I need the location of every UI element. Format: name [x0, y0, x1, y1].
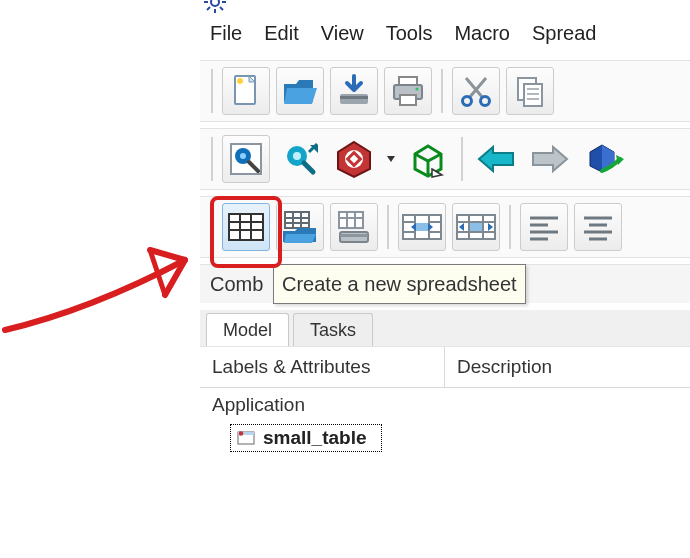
svg-line-6 — [220, 7, 223, 10]
go-to-link-button[interactable] — [580, 135, 628, 183]
toolbar-separator — [211, 69, 213, 113]
align-left-button[interactable] — [520, 203, 568, 251]
copy-button[interactable] — [506, 67, 554, 115]
combo-view-label: Comb — [200, 273, 263, 296]
bounding-box-button[interactable] — [404, 135, 452, 183]
svg-point-0 — [211, 0, 219, 6]
svg-marker-43 — [533, 147, 567, 171]
panel-columns-header: Labels & Attributes Description — [200, 347, 690, 388]
create-spreadsheet-button[interactable] — [222, 203, 270, 251]
column-description[interactable]: Description — [445, 347, 564, 387]
draw-style-button[interactable] — [330, 135, 378, 183]
merge-cells-button[interactable] — [398, 203, 446, 251]
svg-rect-76 — [470, 223, 482, 231]
tab-model[interactable]: Model — [206, 313, 289, 346]
align-center-button[interactable] — [574, 203, 622, 251]
svg-point-32 — [293, 152, 301, 160]
tab-tasks[interactable]: Tasks — [293, 313, 373, 346]
toolbar-separator — [211, 205, 213, 249]
tree-node-small-table[interactable]: small_table — [230, 424, 382, 452]
toolbar-separator — [509, 205, 511, 249]
toolbar-row-view — [200, 128, 690, 190]
toolbar-separator — [211, 137, 213, 181]
menu-bar: File Edit View Tools Macro Spread — [200, 22, 690, 52]
toolbar-separator — [461, 137, 463, 181]
tree-node-label: small_table — [263, 427, 367, 449]
spreadsheet-node-icon — [237, 429, 255, 447]
svg-rect-50 — [285, 212, 309, 228]
svg-point-17 — [415, 87, 418, 90]
svg-line-19 — [469, 78, 486, 98]
menu-view[interactable]: View — [321, 22, 364, 52]
svg-point-89 — [239, 431, 244, 436]
cut-button[interactable] — [452, 67, 500, 115]
open-document-button[interactable] — [276, 67, 324, 115]
svg-point-20 — [463, 97, 472, 106]
svg-rect-16 — [400, 95, 416, 105]
tooltip-create-spreadsheet: Create a new spreadsheet — [273, 264, 526, 304]
import-spreadsheet-button[interactable] — [330, 203, 378, 251]
svg-point-11 — [237, 78, 243, 84]
zoom-fit-button[interactable] — [222, 135, 270, 183]
svg-rect-13 — [340, 96, 368, 99]
svg-line-33 — [304, 163, 313, 172]
svg-line-18 — [466, 78, 483, 98]
svg-point-29 — [240, 153, 246, 159]
tab-strip: Model Tasks — [200, 310, 690, 347]
print-button[interactable] — [384, 67, 432, 115]
menu-macro[interactable]: Macro — [454, 22, 510, 52]
split-cells-button[interactable] — [452, 203, 500, 251]
menu-file[interactable]: File — [210, 22, 242, 52]
nav-forward-button[interactable] — [526, 135, 574, 183]
zoom-link-button[interactable] — [276, 135, 324, 183]
toolbar-row-file — [200, 60, 690, 122]
toolbar-separator — [441, 69, 443, 113]
model-panel: Labels & Attributes Description Applicat… — [200, 346, 690, 547]
svg-rect-14 — [399, 77, 417, 85]
svg-line-7 — [207, 7, 210, 10]
svg-point-21 — [481, 97, 490, 106]
toolbar-row-spreadsheet — [200, 196, 690, 258]
draw-style-dropdown[interactable] — [384, 154, 398, 164]
menu-spreadsheet[interactable]: Spread — [532, 22, 597, 52]
new-document-button[interactable] — [222, 67, 270, 115]
save-document-button[interactable] — [330, 67, 378, 115]
open-spreadsheet-button[interactable] — [276, 203, 324, 251]
svg-rect-45 — [229, 214, 263, 240]
svg-rect-55 — [339, 212, 363, 228]
svg-rect-60 — [340, 234, 368, 237]
toolbar-separator — [387, 205, 389, 249]
annotation-margin — [0, 0, 200, 558]
menu-edit[interactable]: Edit — [264, 22, 298, 52]
nav-back-button[interactable] — [472, 135, 520, 183]
menu-tools[interactable]: Tools — [386, 22, 433, 52]
column-labels-attributes[interactable]: Labels & Attributes — [200, 347, 445, 387]
svg-rect-68 — [416, 223, 428, 231]
app-gear-icon — [203, 0, 227, 14]
svg-marker-42 — [479, 147, 513, 171]
tree-root-application[interactable]: Application — [200, 388, 690, 422]
svg-marker-40 — [387, 156, 395, 162]
